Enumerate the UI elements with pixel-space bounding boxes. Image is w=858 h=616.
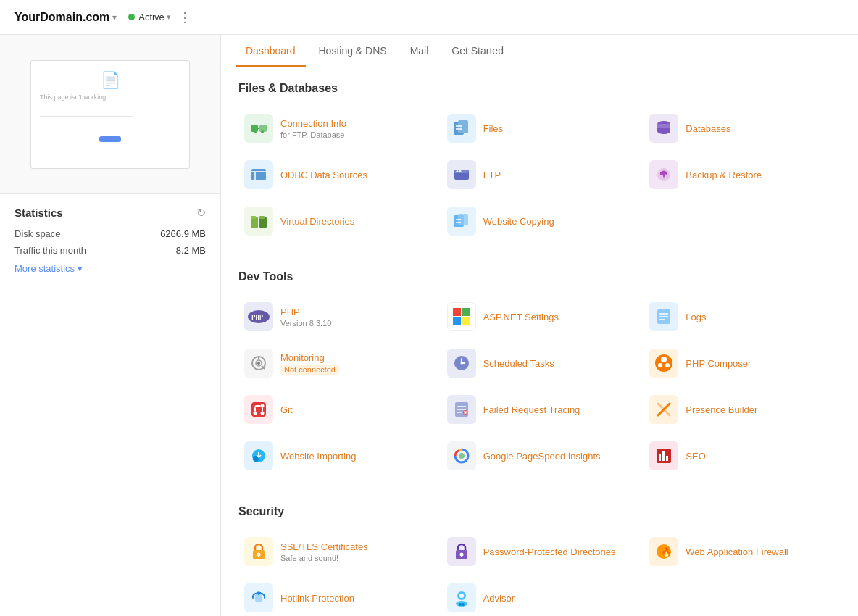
- ssl-item[interactable]: SSL/TLS Certificates Safe and sound!: [238, 530, 436, 573]
- odbc-icon: [244, 160, 273, 189]
- advisor-icon: [447, 583, 476, 612]
- status-chevron-icon: ▾: [167, 12, 171, 22]
- git-item[interactable]: Git: [238, 388, 436, 431]
- svg-rect-29: [462, 308, 470, 316]
- php-composer-item[interactable]: PHP Composer: [644, 341, 841, 385]
- svg-point-76: [459, 553, 463, 557]
- files-icon: [447, 114, 476, 143]
- security-title: Security: [238, 505, 841, 518]
- main-content: Dashboard Hosting & DNS Mail Get Started…: [221, 35, 858, 616]
- more-statistics-link[interactable]: More statistics ▾: [14, 263, 206, 274]
- advisor-item[interactable]: Advisor: [441, 576, 638, 616]
- password-protected-item[interactable]: Password-Protected Directories: [441, 530, 638, 573]
- logs-text: Logs: [686, 312, 706, 322]
- svg-point-67: [459, 453, 465, 459]
- ftp-item[interactable]: FTP: [441, 153, 638, 196]
- monitoring-icon: [244, 349, 273, 378]
- presence-builder-icon: [649, 395, 678, 424]
- svg-text:PHP: PHP: [251, 314, 264, 321]
- virtual-dir-icon: [244, 207, 273, 236]
- password-dir-icon: [447, 537, 476, 566]
- php-composer-icon: [649, 349, 678, 378]
- failed-request-item[interactable]: Failed Request Tracing: [441, 388, 638, 431]
- website-import-text: Website Importing: [280, 451, 357, 462]
- svg-point-50: [254, 412, 257, 415]
- tab-hosting-dns[interactable]: Hosting & DNS: [309, 35, 397, 67]
- odbc-text: ODBC Data Sources: [280, 170, 367, 180]
- waf-text: Web Application Firewall: [686, 546, 788, 557]
- files-databases-section: Files & Databases Connection Info: [221, 67, 858, 256]
- odbc-item[interactable]: ODBC Data Sources: [238, 153, 436, 196]
- disk-space-label: Disk space: [14, 228, 61, 239]
- advisor-text: Advisor: [483, 593, 515, 604]
- svg-point-47: [658, 363, 662, 367]
- backup-item[interactable]: Backup & Restore: [644, 153, 841, 196]
- svg-rect-70: [662, 451, 665, 461]
- status-dot-icon: [128, 14, 135, 20]
- security-section: Security SSL/TLS Certificates Safe and s: [221, 491, 858, 616]
- tab-get-started[interactable]: Get Started: [441, 35, 514, 67]
- connection-info-item[interactable]: Connection Info for FTP, Database: [238, 107, 436, 150]
- statistics-title: Statistics: [14, 207, 63, 219]
- php-text: PHP Version 8.3.10: [280, 307, 331, 328]
- website-importing-item[interactable]: Website Importing: [238, 434, 436, 478]
- git-text: Git: [280, 404, 293, 415]
- status-badge[interactable]: Active ▾: [128, 12, 170, 22]
- aspnet-icon: [447, 302, 476, 331]
- svg-point-3: [254, 130, 257, 133]
- virtual-directories-item[interactable]: Virtual Directories: [238, 199, 436, 243]
- website-copying-item[interactable]: Website Copying: [441, 199, 638, 243]
- databases-icon: [649, 114, 678, 143]
- ftp-icon: [447, 160, 476, 189]
- website-copy-icon: [447, 207, 476, 236]
- presence-builder-item[interactable]: Presence Builder: [644, 388, 841, 431]
- pagespeed-item[interactable]: Google PageSpeed Insights: [441, 434, 638, 478]
- monitoring-item[interactable]: Monitoring Not connected: [238, 341, 436, 385]
- svg-rect-49: [251, 402, 266, 417]
- ftp-text: FTP: [483, 170, 501, 180]
- databases-item[interactable]: Databases: [644, 107, 841, 150]
- seo-icon: [649, 441, 678, 470]
- files-item[interactable]: Files: [441, 107, 638, 150]
- domain-dropdown-icon[interactable]: ▾: [112, 12, 117, 22]
- files-databases-title: Files & Databases: [238, 82, 841, 95]
- svg-point-51: [261, 404, 265, 408]
- svg-point-85: [462, 603, 465, 606]
- traffic-value: 8.2 MB: [176, 245, 206, 256]
- aspnet-text: ASP.NET Settings: [483, 312, 559, 322]
- hotlink-text: Hotlink Protection: [280, 593, 354, 604]
- main-tabs: Dashboard Hosting & DNS Mail Get Started: [221, 35, 858, 67]
- traffic-label: Traffic this month: [14, 245, 86, 256]
- hotlink-item[interactable]: Hotlink Protection: [238, 576, 436, 616]
- ssl-text: SSL/TLS Certificates Safe and sound!: [280, 541, 368, 562]
- refresh-icon[interactable]: ↻: [196, 206, 206, 220]
- svg-point-73: [257, 553, 261, 557]
- connection-info-icon: [244, 114, 273, 143]
- svg-rect-69: [659, 454, 661, 461]
- scheduled-tasks-item[interactable]: Scheduled Tasks: [441, 341, 638, 385]
- tab-mail[interactable]: Mail: [400, 35, 439, 67]
- seo-text: SEO: [686, 451, 705, 462]
- statistics-box: Statistics ↻ Disk space 6266.9 MB Traffi…: [0, 194, 220, 286]
- php-composer-text: PHP Composer: [686, 358, 751, 369]
- waf-icon: 🔥: [649, 537, 678, 566]
- hotlink-icon: [244, 583, 273, 612]
- failed-request-icon: [447, 395, 476, 424]
- svg-point-83: [459, 594, 464, 598]
- website-copy-text: Website Copying: [483, 216, 554, 227]
- chevron-down-icon: ▾: [78, 263, 83, 274]
- svg-point-15: [456, 170, 458, 172]
- svg-point-4: [261, 130, 264, 133]
- git-icon: [244, 395, 273, 424]
- php-item[interactable]: PHP PHP Version 8.3.10: [238, 295, 436, 338]
- svg-rect-10: [251, 169, 266, 180]
- topbar-more-icon[interactable]: ⋮: [178, 9, 191, 25]
- logs-item[interactable]: Logs: [644, 295, 841, 338]
- waf-item[interactable]: 🔥 Web Application Firewall: [644, 530, 841, 573]
- seo-item[interactable]: SEO: [644, 434, 841, 478]
- svg-point-16: [459, 170, 461, 172]
- php-icon: PHP: [244, 302, 273, 331]
- tab-dashboard[interactable]: Dashboard: [236, 35, 306, 67]
- aspnet-item[interactable]: ASP.NET Settings: [441, 295, 638, 338]
- password-dir-text: Password-Protected Directories: [483, 546, 616, 557]
